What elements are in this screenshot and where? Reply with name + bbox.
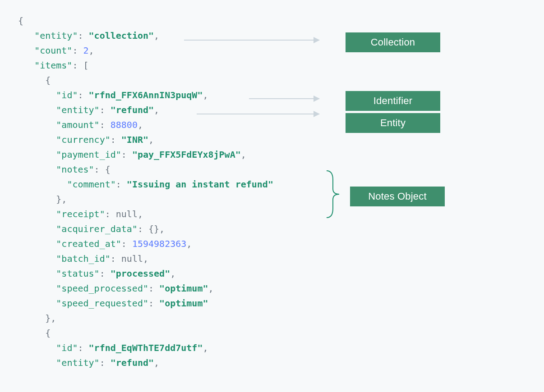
key-items: "items" <box>34 60 72 71</box>
key-amount: "amount" <box>56 119 99 130</box>
key-id-2: "id" <box>56 342 78 353</box>
val-comment: "Issuing an instant refund" <box>127 179 273 190</box>
val-count: 2 <box>83 45 89 56</box>
val-receipt: null <box>116 209 138 219</box>
key-acquirer: "acquirer_data" <box>56 223 138 234</box>
val-id-2: "rfnd_EqWThTE7dd7utf" <box>89 342 203 353</box>
val-batch: null <box>121 253 143 264</box>
val-currency: "INR" <box>121 134 148 145</box>
val-entity: "collection" <box>89 30 154 41</box>
key-speed-processed: "speed_processed" <box>56 283 148 294</box>
val-speed-requested: "optimum" <box>159 298 208 309</box>
val-created: 1594982363 <box>132 238 186 249</box>
key-created: "created_at" <box>56 238 121 249</box>
key-currency: "currency" <box>56 134 110 145</box>
key-receipt: "receipt" <box>56 209 105 219</box>
key-payment-id: "payment_id" <box>56 149 121 160</box>
val-item-entity: "refund" <box>111 105 154 115</box>
key-id: "id" <box>56 90 78 100</box>
key-item-entity: "entity" <box>56 105 99 115</box>
key-entity: "entity" <box>34 30 78 41</box>
val-amount: 88800 <box>111 119 138 130</box>
key-entity-2: "entity" <box>56 357 99 368</box>
val-entity-2: "refund" <box>111 357 154 368</box>
val-speed-processed: "optimum" <box>159 283 208 294</box>
val-id: "rfnd_FFX6AnnIN3puqW" <box>89 90 203 100</box>
key-notes: "notes" <box>56 164 94 175</box>
key-batch: "batch_id" <box>56 253 110 264</box>
key-count: "count" <box>34 45 72 56</box>
json-code-block: { "entity": "collection", "count": 2, "i… <box>18 14 526 370</box>
val-payment-id: "pay_FFX5FdEYx8jPwA" <box>132 149 241 160</box>
key-status: "status" <box>56 268 99 279</box>
val-acquirer: {} <box>148 223 159 234</box>
key-speed-requested: "speed_requested" <box>56 298 148 309</box>
val-status: "processed" <box>111 268 170 279</box>
key-comment: "comment" <box>67 179 115 190</box>
